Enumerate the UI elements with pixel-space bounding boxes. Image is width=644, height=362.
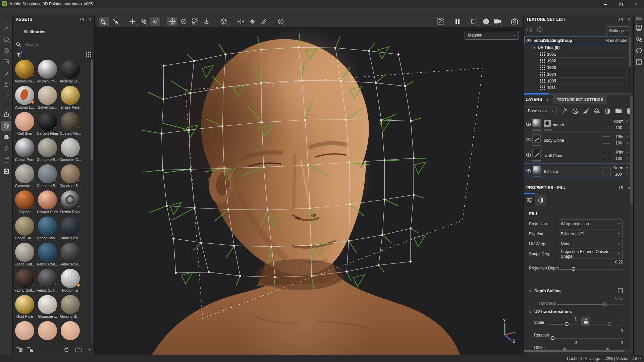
refresh-icon[interactable]: [64, 347, 69, 353]
material-asset[interactable]: [61, 321, 80, 343]
drag-grip-icon[interactable]: [3, 104, 10, 107]
close-tab-icon[interactable]: ×: [545, 97, 548, 102]
expand-view-button[interactable]: [1, 155, 11, 165]
anchor-slot-icon[interactable]: [603, 152, 610, 159]
move-tool[interactable]: [167, 17, 177, 26]
property-dropdown[interactable]: Bilinear | HQ ∨: [558, 230, 623, 238]
material-asset[interactable]: Fabric Suit ...: [38, 269, 57, 293]
eraser-tool[interactable]: ∨: [1, 34, 11, 44]
scale-x-value[interactable]: 1: [575, 317, 577, 321]
material-asset[interactable]: Concrete C...: [61, 138, 80, 162]
visibility-sync-icon[interactable]: [526, 27, 532, 32]
import-resources-button[interactable]: +: [88, 347, 91, 353]
warp-projection-mode-button[interactable]: [1, 121, 11, 131]
uv-tile-row[interactable]: 1003: [538, 64, 626, 71]
material-asset[interactable]: Copper: [15, 190, 34, 214]
layer-opacity[interactable]: 100: [615, 141, 622, 145]
projection-visibility-toggle[interactable]: [435, 17, 445, 26]
material-asset[interactable]: Fabric Soft...: [15, 269, 34, 293]
property-dropdown[interactable]: Warp projection ∨: [558, 220, 623, 228]
add-filter-icon[interactable]: [572, 108, 578, 114]
stencil-disable-tool[interactable]: ∨: [276, 17, 286, 26]
resources-updater-button[interactable]: [1, 166, 11, 176]
layer-thumbnail[interactable]: [532, 150, 541, 158]
material-asset[interactable]: Fabric Knit...: [15, 243, 34, 266]
rotation-slider[interactable]: [550, 336, 623, 340]
layer-visibility-icon[interactable]: [526, 137, 531, 142]
tab-properties-material[interactable]: [535, 194, 546, 206]
export-resource-button[interactable]: ∨: [1, 109, 11, 119]
uv-tile-row[interactable]: 1002: [538, 58, 626, 64]
drag-grip-icon[interactable]: [635, 17, 643, 20]
close-button[interactable]: ×: [629, 0, 644, 8]
projection-depth-value[interactable]: 0.22: [615, 260, 623, 264]
uv-tile-row[interactable]: 1005: [538, 78, 626, 84]
viewport-3d[interactable]: Material ∨ Y x Z: [95, 27, 523, 355]
channel-filter-dropdown[interactable]: Base color ∨: [525, 107, 556, 115]
layer-blend-mode[interactable]: Pthr: [616, 150, 624, 155]
material-asset[interactable]: Carbon Fiber: [38, 112, 57, 136]
layer-thumbnail[interactable]: [533, 166, 541, 174]
layer-row[interactable]: body Clone Pthr ∨ 100 ∨: [524, 133, 631, 148]
material-asset[interactable]: Concrete S...: [61, 164, 80, 188]
material-asset[interactable]: Gold Pure: [15, 295, 34, 319]
display-settings-dock-button[interactable]: [635, 35, 643, 44]
snap-tool[interactable]: ∨: [127, 17, 138, 26]
close-panel-icon[interactable]: ×: [628, 17, 631, 22]
geometry-mask-tool[interactable]: ∨: [219, 17, 229, 26]
layer-mask-thumbnail[interactable]: [544, 120, 551, 127]
add-paint-layer-icon[interactable]: [583, 108, 589, 114]
uv-tile-row[interactable]: 1011: [538, 84, 626, 91]
material-asset[interactable]: Concrete S...: [38, 164, 57, 188]
add-effect-icon[interactable]: [561, 108, 568, 114]
layer-visibility-icon[interactable]: [526, 122, 531, 126]
eye-icon[interactable]: [526, 39, 532, 43]
material-asset[interactable]: Artificial Le...: [61, 60, 80, 83]
layer-thumbnail[interactable]: [532, 134, 541, 143]
grid-view-button[interactable]: [86, 52, 92, 58]
asset-search-field[interactable]: Search: [16, 40, 92, 49]
depth-culling-section[interactable]: ∨Depth Culling: [529, 289, 560, 293]
offset-y-value[interactable]: 0: [621, 340, 623, 345]
properties-hscrollbar[interactable]: [524, 350, 630, 352]
layer-blend-mode[interactable]: Pthr: [616, 134, 624, 139]
import-folder-icon[interactable]: [27, 347, 33, 352]
right-panel-scrollbar[interactable]: [630, 96, 633, 352]
material-asset[interactable]: Fabric Den...: [61, 217, 80, 240]
pause-engine-button[interactable]: [452, 17, 463, 26]
tab-properties-settings[interactable]: [524, 194, 535, 206]
material-asset[interactable]: Footprints: [61, 269, 80, 293]
log-button[interactable]: [635, 58, 643, 66]
camera-settings-button[interactable]: ∨: [492, 17, 502, 26]
material-asset[interactable]: Gouache ...: [38, 295, 57, 319]
anchor-slot-icon[interactable]: [603, 168, 610, 175]
symmetry-tool[interactable]: [247, 17, 257, 26]
rotation-value[interactable]: 0: [621, 328, 623, 333]
material-asset[interactable]: [15, 321, 34, 343]
texture-set-row[interactable]: initialShadingGroup Main shader: [524, 37, 630, 44]
material-asset[interactable]: Concrete B...: [38, 138, 57, 162]
filter-funnel-button[interactable]: ∨: [16, 52, 22, 58]
project-configuration-button[interactable]: [635, 23, 643, 32]
axis-gizmo[interactable]: Y x Z: [499, 319, 518, 343]
material-asset[interactable]: Baked Lig...: [38, 86, 57, 110]
paint-brush-tool[interactable]: ∨: [1, 23, 11, 33]
clone-stamp-tool[interactable]: ∨: [1, 80, 11, 90]
layer-row[interactable]: full face Norm ∨ 100 ∨: [524, 164, 631, 179]
lazy-mouse-tool[interactable]: [150, 17, 160, 26]
visibility-single-icon[interactable]: [537, 27, 543, 32]
undock-panel-icon[interactable]: [619, 186, 623, 189]
close-panel-icon[interactable]: ×: [89, 17, 92, 22]
material-mode-button[interactable]: [1, 132, 11, 142]
texture-set-hscrollbar[interactable]: [524, 93, 630, 95]
anchor-point-tool[interactable]: [202, 17, 212, 26]
mirror-tool[interactable]: [236, 17, 246, 26]
material-asset[interactable]: Aluminium...: [15, 60, 34, 83]
tab-layers[interactable]: LAYERS ×: [524, 95, 550, 104]
falloff-sphere-tool[interactable]: ∨: [139, 17, 149, 26]
warp-transform-tool[interactable]: [99, 17, 109, 26]
material-asset[interactable]: [38, 321, 57, 343]
add-smart-material-icon[interactable]: [604, 108, 611, 114]
display-settings-button[interactable]: ∨: [470, 17, 480, 26]
texture-set-settings-dropdown[interactable]: Settings ∨: [606, 26, 631, 35]
